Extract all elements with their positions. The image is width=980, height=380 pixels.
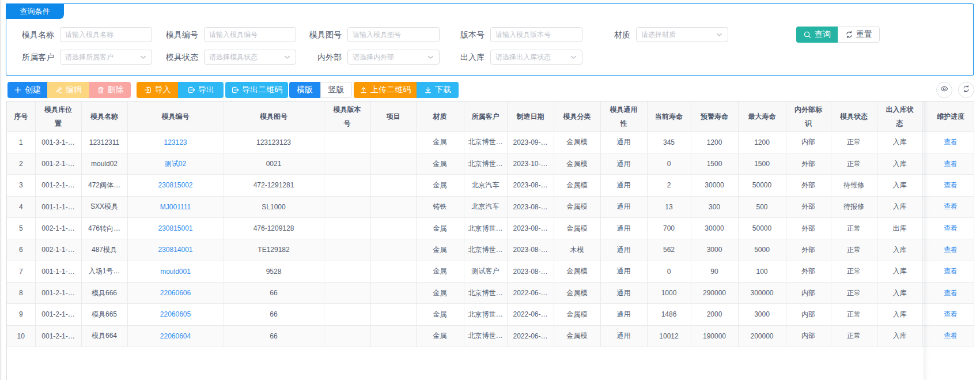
column-header-11: 模具通用性 [600, 101, 647, 131]
view-link[interactable]: 查看 [944, 138, 958, 146]
delete-button[interactable]: 删除 [89, 82, 131, 98]
select-in-out-stock[interactable]: 请选择出入库状态 [490, 50, 582, 65]
table-cell [324, 325, 370, 347]
table-cell [324, 304, 370, 325]
mould-code-link[interactable]: 22060606 [160, 289, 191, 297]
create-button-label: 创建 [25, 85, 41, 95]
chevron-down-icon [570, 55, 576, 59]
table-cell: 通用 [600, 153, 647, 174]
table-cell: 2022-06-… [507, 304, 554, 325]
table-cell: 内部 [786, 131, 831, 153]
view-link[interactable]: 查看 [944, 289, 958, 297]
download-button-label: 下载 [435, 85, 451, 95]
reset-button[interactable]: 重置 [838, 27, 880, 43]
search-button[interactable]: 查询 [796, 27, 838, 43]
field-label-mould-status: 模具状态 [123, 50, 198, 65]
column-header-13: 预警寿命 [691, 101, 738, 131]
view-link[interactable]: 查看 [944, 246, 958, 254]
table-cell: SXX模具 [81, 196, 127, 217]
view-link[interactable]: 查看 [944, 332, 958, 340]
mould-code-link[interactable]: 测试02 [165, 160, 186, 168]
table-cell: 入库 [877, 196, 922, 217]
table-cell: 472-1291281 [224, 175, 324, 196]
column-header-18: 维护进度 [922, 101, 974, 131]
table-cell [370, 217, 416, 239]
table-cell: 北京博世… [464, 131, 507, 153]
table-cell: 通用 [600, 325, 647, 347]
column-visibility-button[interactable] [936, 82, 952, 98]
table-cell: 正常 [831, 325, 877, 347]
table-cell: 001-2-1-… [35, 282, 81, 303]
chevron-down-icon [716, 33, 722, 37]
table-cell: 入场1号… [81, 261, 127, 282]
table-cell: 5000 [738, 239, 786, 261]
export-qrcode-button[interactable]: 导出二维码 [225, 82, 288, 98]
mould-code-link[interactable]: mould001 [160, 268, 191, 276]
table-cell: 3 [7, 175, 35, 196]
query-conditions-tab[interactable]: 查询条件 [6, 3, 64, 19]
table-cell [370, 131, 416, 153]
view-link[interactable]: 查看 [944, 224, 958, 232]
field-label-mould-drawing-no: 模具图号 [267, 27, 342, 42]
field-label-in-out-stock: 出入库 [410, 50, 485, 65]
table-cell: 100 [738, 261, 786, 282]
table-cell: 0 [647, 153, 691, 174]
view-link[interactable]: 查看 [944, 310, 958, 318]
column-header-16: 模具状态 [831, 101, 877, 131]
table-cell [370, 282, 416, 303]
table-cell: 北京博世… [464, 304, 507, 325]
view-link[interactable]: 查看 [944, 202, 958, 210]
view-link[interactable]: 查看 [944, 267, 958, 275]
table-cell: 查看 [922, 304, 974, 325]
table-cell [370, 325, 416, 347]
download-button[interactable]: 下载 [417, 82, 459, 98]
mould-code-link[interactable]: 230815002 [158, 181, 192, 189]
mould-code-link[interactable]: 230814001 [158, 246, 192, 254]
table-cell: 查看 [922, 217, 974, 239]
table-cell: 2023-08-… [507, 217, 554, 239]
table-cell [324, 196, 370, 217]
table-cell: 北京博世… [464, 217, 507, 239]
create-button[interactable]: 创建 [7, 82, 47, 98]
table-cell: 50000 [738, 217, 786, 239]
mould-code-link[interactable]: 22060604 [160, 332, 191, 340]
table-cell: TE129182 [224, 239, 324, 261]
column-header-15: 内外部标识 [786, 101, 831, 131]
edit-button[interactable]: 编辑 [47, 82, 89, 98]
table-cell: 入库 [877, 261, 922, 282]
table-row-10: 10001-2-1-…模具6642206060466金属北京博世…2022-06… [7, 325, 974, 347]
table-cell: 测试02 [127, 153, 224, 174]
portrait-button[interactable]: 竖版 [320, 82, 352, 98]
view-link[interactable]: 查看 [944, 160, 958, 168]
table-cell: 查看 [922, 239, 974, 261]
table-cell: 测试客户 [464, 261, 507, 282]
table-cell: 通用 [600, 239, 647, 261]
upload-qrcode-button[interactable]: 上传二维码 [354, 82, 417, 98]
table-cell: 入库 [877, 282, 922, 303]
table-cell: 2023-10-… [507, 153, 554, 174]
view-link[interactable]: 查看 [944, 181, 958, 189]
mould-code-link[interactable]: 123123 [164, 138, 187, 146]
table-cell: 查看 [922, 175, 974, 196]
mould-code-link[interactable]: MJ001111 [160, 203, 191, 211]
column-header-1: 模具库位置 [35, 101, 81, 131]
table-cell: 外部 [786, 175, 831, 196]
table-cell: 正常 [831, 153, 877, 174]
table-cell: 金属模 [554, 153, 600, 174]
column-header-14: 最大寿命 [738, 101, 786, 131]
table-cell: 通用 [600, 261, 647, 282]
export-button[interactable]: 导出 [178, 82, 224, 98]
table-cell: 300 [691, 196, 738, 217]
table-cell: 30000 [691, 217, 738, 239]
mould-code-link[interactable]: 230815001 [158, 224, 192, 232]
table-cell: 190000 [691, 325, 738, 347]
refresh-table-button[interactable] [958, 82, 974, 98]
landscape-button[interactable]: 横版 [289, 82, 320, 98]
mould-code-link[interactable]: 22060605 [160, 310, 191, 318]
field-label-version-no: 版本号 [410, 27, 485, 42]
table-cell: 2023-08-… [507, 239, 554, 261]
import-button[interactable]: 导入 [137, 82, 178, 98]
table-cell: 4 [7, 196, 35, 217]
table-cell: 金属 [416, 261, 464, 282]
select-material[interactable]: 请选择材质 [636, 27, 728, 42]
